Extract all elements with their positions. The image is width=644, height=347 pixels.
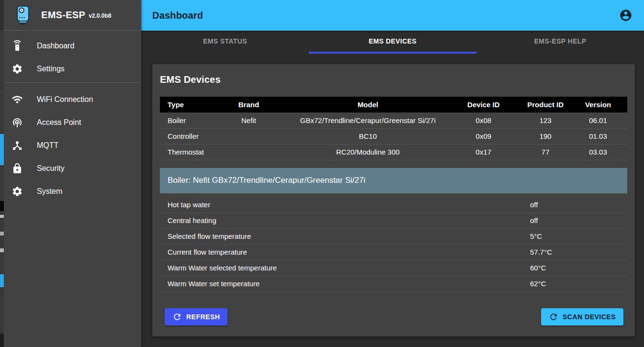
detail-value: off xyxy=(530,201,538,209)
table-cell: BC10 xyxy=(291,128,445,144)
tab-ems-esp-help[interactable]: EMS-ESP HELP xyxy=(476,31,644,54)
detail-label: Warm Water set temperature xyxy=(160,280,260,288)
device-row-boiler[interactable]: BoilerNefitGBx72/Trendline/Cerapur/Green… xyxy=(160,112,627,128)
card-actions: REFRESH SCAN DEVICES xyxy=(165,308,623,325)
page-edge-fragment xyxy=(0,232,4,235)
table-cell: 03.03 xyxy=(569,144,627,160)
sidebar-item-security[interactable]: Security xyxy=(4,157,141,180)
table-cell: 190 xyxy=(522,128,569,144)
detail-label: Hot tap water xyxy=(160,201,210,209)
sidebar-item-dashboard[interactable]: Dashboard xyxy=(4,34,141,57)
tab-ems-devices[interactable]: EMS DEVICES xyxy=(309,31,476,54)
card-title: EMS Devices xyxy=(160,64,627,85)
page-edge-artifact xyxy=(0,0,4,347)
table-cell xyxy=(207,128,291,144)
page-edge-fragment xyxy=(0,334,4,347)
table-cell: 77 xyxy=(522,144,569,160)
table-cell: GBx72/Trendline/Cerapur/Greenstar Si/27i xyxy=(291,112,445,128)
column-header-device-id: Device ID xyxy=(445,97,522,112)
table-cell: 01.03 xyxy=(569,128,627,144)
table-cell: 0x17 xyxy=(445,144,522,160)
app-name: EMS-ESP xyxy=(41,10,85,21)
tab-bar: EMS STATUSEMS DEVICESEMS-ESP HELP xyxy=(141,31,644,54)
sidebar-item-settings[interactable]: Settings xyxy=(4,57,141,80)
sidebar-item-label: Security xyxy=(37,164,65,173)
sidebar-nav: DashboardSettingsWiFi ConnectionAccess P… xyxy=(4,31,141,203)
sidebar: EMS-ESP v2.0.0b8 DashboardSettingsWiFi C… xyxy=(4,0,141,347)
detail-label: Current flow temperature xyxy=(160,248,247,256)
gear-icon xyxy=(11,63,23,75)
sidebar-item-label: Access Point xyxy=(37,118,81,127)
detail-value: 60°C xyxy=(530,264,546,272)
detail-value: 57.7°C xyxy=(530,248,552,256)
detail-row-warm-water-set-temperature: Warm Water set temperature62°C xyxy=(160,276,627,292)
sidebar-item-mqtt[interactable]: MQTT xyxy=(4,134,141,157)
main-area: Dashboard EMS STATUSEMS DEVICESEMS-ESP H… xyxy=(141,0,644,347)
table-cell: Boiler xyxy=(160,112,207,128)
devices-table: TypeBrandModelDevice IDProduct IDVersion… xyxy=(160,97,627,160)
boiler-logo-icon xyxy=(14,5,32,25)
page-edge-fragment xyxy=(0,215,4,218)
detail-value: off xyxy=(530,216,538,224)
table-cell: 123 xyxy=(522,112,569,128)
sidebar-item-label: WiFi Connection xyxy=(37,95,93,104)
tab-ems-status[interactable]: EMS STATUS xyxy=(141,31,309,54)
device-row-thermostat[interactable]: ThermostatRC20/Moduline 3000x177703.03 xyxy=(160,144,627,160)
table-cell: 06.01 xyxy=(569,112,627,128)
detail-row-selected-flow-temperature: Selected flow temperature5°C xyxy=(160,229,627,245)
table-cell xyxy=(207,144,291,160)
wifi-tethering-icon xyxy=(11,117,23,128)
ems-esp-app: EMS-ESP v2.0.0b8 DashboardSettingsWiFi C… xyxy=(0,0,644,347)
app-header: Dashboard xyxy=(141,0,644,31)
page-edge-fragment xyxy=(0,248,4,252)
scan-devices-button[interactable]: SCAN DEVICES xyxy=(541,308,623,325)
sidebar-item-access-point[interactable]: Access Point xyxy=(4,111,141,134)
detail-row-warm-water-selected-temperature: Warm Water selected temperature60°C xyxy=(160,260,627,276)
detail-label: Central heating xyxy=(160,216,216,224)
column-header-version: Version xyxy=(569,97,627,112)
page-edge-fragment xyxy=(0,134,4,165)
sidebar-item-label: Settings xyxy=(37,65,65,73)
app-logo-row: EMS-ESP v2.0.0b8 xyxy=(4,0,141,31)
detail-row-hot-tap-water: Hot tap wateroff xyxy=(160,197,627,213)
column-header-model: Model xyxy=(291,97,445,112)
wifi-icon xyxy=(11,94,23,105)
detail-value: 5°C xyxy=(530,232,542,240)
ems-devices-card: EMS Devices TypeBrandModelDevice IDProdu… xyxy=(152,64,635,336)
device-row-controller[interactable]: ControllerBC100x0919001.03 xyxy=(160,128,627,144)
sidebar-item-system[interactable]: System xyxy=(4,180,141,203)
sidebar-item-wifi-connection[interactable]: WiFi Connection xyxy=(4,88,141,111)
settings-remote-icon xyxy=(11,40,23,52)
page-edge-fragment xyxy=(0,201,4,211)
refresh-button-label: REFRESH xyxy=(186,313,220,321)
scan-devices-button-label: SCAN DEVICES xyxy=(563,313,616,321)
table-cell: Nefit xyxy=(207,112,291,128)
table-header-row: TypeBrandModelDevice IDProduct IDVersion xyxy=(160,97,627,112)
device-hub-icon xyxy=(11,140,23,151)
lock-icon xyxy=(11,163,23,174)
sidebar-item-label: Dashboard xyxy=(37,42,74,50)
page-edge-fragment xyxy=(0,0,4,31)
refresh-button[interactable]: REFRESH xyxy=(165,308,227,325)
account-circle-icon[interactable] xyxy=(619,9,633,22)
gear-icon xyxy=(11,186,23,197)
column-header-product-id: Product ID xyxy=(522,97,569,112)
sidebar-divider xyxy=(4,82,141,83)
page-edge-fragment xyxy=(0,92,4,92)
sidebar-item-label: System xyxy=(37,187,62,196)
detail-row-central-heating: Central heatingoff xyxy=(160,213,627,229)
column-header-type: Type xyxy=(160,97,207,112)
page-title: Dashboard xyxy=(152,10,203,21)
table-cell: 0x09 xyxy=(445,128,522,144)
refresh-icon xyxy=(549,312,558,322)
table-cell: Controller xyxy=(160,128,207,144)
device-details-list: Hot tap wateroffCentral heatingoffSelect… xyxy=(160,197,627,292)
selected-device-heading: Boiler: Nefit GBx72/Trendline/Cerapur/Gr… xyxy=(160,168,627,193)
detail-label: Warm Water selected temperature xyxy=(160,264,277,272)
table-cell: 0x08 xyxy=(445,112,522,128)
detail-value: 62°C xyxy=(530,280,546,288)
page-edge-fragment xyxy=(0,31,4,31)
table-cell: Thermostat xyxy=(160,144,207,160)
detail-label: Selected flow temperature xyxy=(160,232,251,240)
app-version: v2.0.0b8 xyxy=(89,12,111,19)
